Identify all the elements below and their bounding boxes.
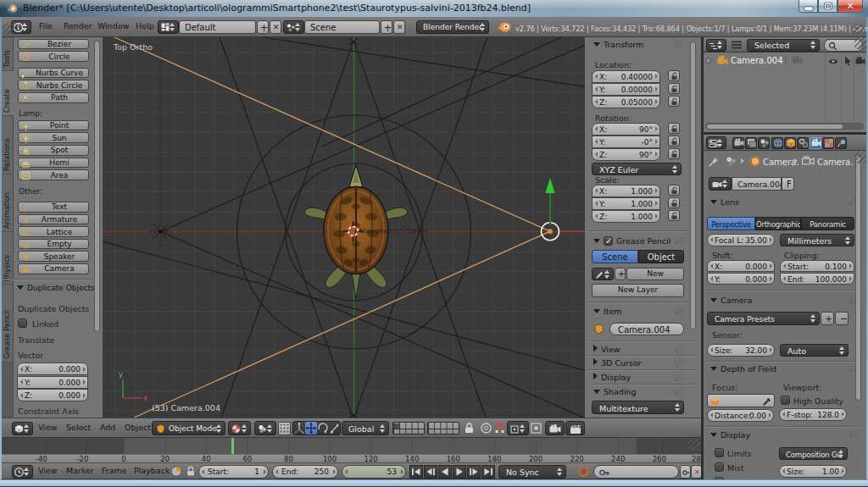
lock-location-z-button[interactable] xyxy=(668,96,680,107)
autokey-record-toggle[interactable] xyxy=(577,465,590,478)
lock-rotation-x-button[interactable] xyxy=(668,123,680,134)
current-frame-line[interactable] xyxy=(231,438,234,454)
high-quality-checkbox[interactable] xyxy=(781,396,790,405)
focus-object-field[interactable] xyxy=(707,394,775,407)
decrement-arrow-icon[interactable] xyxy=(710,347,713,352)
add-armature-button[interactable]: Armature xyxy=(18,214,89,225)
breadcrumb-data-name[interactable]: Camera. xyxy=(817,158,853,167)
clip-start-field[interactable]: Start:0.100 xyxy=(780,260,854,272)
snap-toggle[interactable] xyxy=(493,422,506,434)
tab-object[interactable] xyxy=(784,137,796,149)
layers-widget-block2[interactable] xyxy=(427,422,459,434)
decrement-arrow-icon[interactable] xyxy=(710,237,713,242)
increment-arrow-icon[interactable] xyxy=(655,74,658,79)
lock-scale-y-button[interactable] xyxy=(668,197,680,208)
outliner-filter-selector[interactable]: Selected xyxy=(747,39,820,52)
menu-window[interactable]: Window xyxy=(97,21,129,30)
shift-x-field[interactable]: X:0.000 xyxy=(707,260,775,272)
location-x-field[interactable]: X:0.40000 xyxy=(592,70,660,83)
menu-help[interactable]: Help xyxy=(136,21,154,30)
tab-animation[interactable]: Animation xyxy=(2,174,14,232)
decrement-arrow-icon[interactable] xyxy=(595,86,598,91)
sensor-fit-selector[interactable]: Auto xyxy=(780,344,849,357)
increment-arrow-icon[interactable] xyxy=(655,213,658,219)
mist-checkbox[interactable] xyxy=(715,462,724,472)
transform-panel-header[interactable]: Transform xyxy=(593,40,643,49)
jump-to-start-button[interactable] xyxy=(409,465,423,479)
dof-distance-field[interactable]: Distance:0.00 xyxy=(707,409,774,422)
minimize-button[interactable] xyxy=(798,0,818,13)
rotation-y-field[interactable]: Y:-0° xyxy=(592,136,660,148)
increment-arrow-icon[interactable] xyxy=(769,412,771,418)
increment-arrow-icon[interactable] xyxy=(842,468,844,473)
decrement-arrow-icon[interactable] xyxy=(595,139,598,144)
tab-object-data-camera[interactable] xyxy=(810,137,821,149)
manipulator-rotate-button[interactable] xyxy=(317,422,329,434)
panel-drag-icon[interactable] xyxy=(849,432,858,439)
sensor-checkbox[interactable] xyxy=(715,477,724,479)
grease-scene-toggle[interactable]: Scene xyxy=(592,250,638,263)
tab-grease-pencil[interactable]: Grease Pencil xyxy=(2,285,14,362)
lens-orthographic-toggle[interactable]: Orthographic xyxy=(755,217,801,230)
tab-scene[interactable] xyxy=(758,137,770,149)
next-keyframe-button[interactable] xyxy=(467,465,481,479)
panel-drag-icon[interactable] xyxy=(675,389,683,396)
opengl-render-anim-button[interactable] xyxy=(565,421,585,435)
add-lamp-sun-button[interactable]: Sun xyxy=(18,132,89,143)
tab-relations[interactable]: Relations xyxy=(2,116,14,174)
lens-panoramic-toggle[interactable]: Panoramic xyxy=(801,217,854,230)
corner-grip-icon[interactable] xyxy=(3,24,14,36)
decrement-arrow-icon[interactable] xyxy=(275,469,278,474)
location-z-field[interactable]: Z:0.05000 xyxy=(592,96,660,108)
dof-panel-header[interactable]: Depth of Field xyxy=(710,364,776,374)
increment-arrow-icon[interactable] xyxy=(655,201,658,206)
corner-grip-icon[interactable] xyxy=(854,152,866,163)
pin-icon[interactable] xyxy=(709,157,719,167)
grease-pencil-tool-selector[interactable] xyxy=(592,268,614,280)
tool-shelf-scrollbar[interactable] xyxy=(94,41,100,332)
tab-render[interactable] xyxy=(732,137,744,149)
shading-mode-selector[interactable]: Multitexture xyxy=(592,401,684,414)
play-reverse-button[interactable] xyxy=(438,465,452,479)
scale-x-field[interactable]: X:1.000 xyxy=(592,185,660,197)
menu-tl-view[interactable]: View xyxy=(38,466,58,475)
editor-type-3dview-button[interactable] xyxy=(12,422,33,435)
increment-arrow-icon[interactable] xyxy=(849,263,852,268)
add-text-button[interactable]: FText xyxy=(18,202,89,213)
increment-arrow-icon[interactable] xyxy=(770,237,772,242)
viewport-3d[interactable]: Top Ortho Staurotypus-S-Salvini y x (53)… xyxy=(103,37,585,418)
outliner-hscrollbar-handle[interactable] xyxy=(707,125,843,130)
menu-tl-marker[interactable]: Marker xyxy=(66,466,94,475)
tab-constraints[interactable] xyxy=(797,137,809,149)
lock-frame-toggle[interactable] xyxy=(185,465,197,478)
increment-arrow-icon[interactable] xyxy=(842,412,844,417)
menu-add[interactable]: Add xyxy=(100,423,115,432)
mode-selector[interactable]: Object Mode xyxy=(152,421,225,435)
add-camera-button[interactable]: Camera xyxy=(18,263,89,274)
snap-element-selector[interactable] xyxy=(507,421,529,435)
increment-arrow-icon[interactable] xyxy=(83,367,86,372)
lock-scale-z-button[interactable] xyxy=(668,210,680,221)
add-lamp-area-button[interactable]: Area xyxy=(18,169,89,180)
add-lamp-hemi-button[interactable]: Hemi xyxy=(18,158,89,169)
timeline-ruler[interactable]: -40 -20 0 20 40 60 80 100 120 140 160 18… xyxy=(2,454,701,462)
frame-end-field[interactable]: End:250 xyxy=(272,465,338,479)
npanel-scrollbar[interactable] xyxy=(690,42,696,329)
play-button[interactable] xyxy=(453,465,466,479)
selectability-cursor-icon[interactable] xyxy=(844,56,852,66)
editor-type-timeline-button[interactable] xyxy=(12,465,33,479)
decrement-arrow-icon[interactable] xyxy=(783,276,786,281)
panel-drag-icon[interactable] xyxy=(675,374,683,381)
focal-length-field[interactable]: Focal L:35.00 xyxy=(707,234,775,246)
lens-unit-selector[interactable]: Millimeters xyxy=(780,234,854,246)
increment-arrow-icon[interactable] xyxy=(655,86,658,91)
decrement-arrow-icon[interactable] xyxy=(202,469,204,474)
lens-perspective-toggle[interactable]: Perspective xyxy=(707,217,755,230)
expander-icon[interactable] xyxy=(705,58,711,64)
decrement-arrow-icon[interactable] xyxy=(595,152,598,157)
lock-rotation-z-button[interactable] xyxy=(668,148,680,159)
visibility-eye-icon[interactable] xyxy=(828,58,838,65)
view-panel-header[interactable]: View xyxy=(593,345,620,354)
display-props-panel-header[interactable]: Display xyxy=(710,430,750,440)
add-empty-button[interactable]: Empty xyxy=(18,239,89,250)
